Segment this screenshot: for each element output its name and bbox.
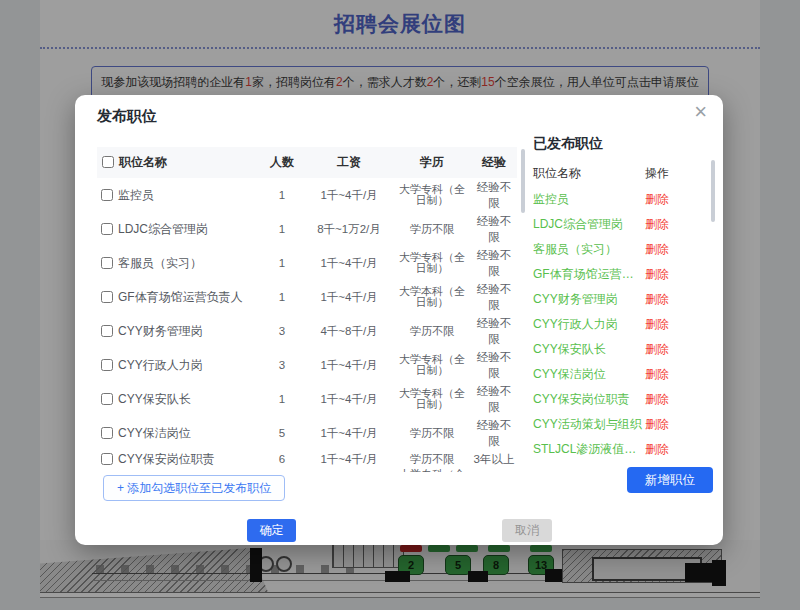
position-experience: 经验不限 [471, 178, 517, 212]
position-count: 1 [259, 212, 305, 246]
select-all-checkbox[interactable] [102, 156, 114, 168]
row-checkbox[interactable] [101, 189, 113, 201]
table-row: GF体育场馆运营负责人 1 1千~4千/月 大学本科（全日制） 经验不限 [97, 280, 517, 314]
published-header-action: 操作 [645, 165, 685, 182]
table-row: 客服员（实习） 1 1千~4千/月 大学专科（全日制） 经验不限 [97, 246, 517, 280]
table-row: CYY保洁岗位 5 1千~4千/月 学历不限 经验不限 [97, 416, 517, 450]
published-position-name: CYY保安队长 [533, 341, 645, 357]
row-checkbox[interactable] [101, 427, 113, 439]
delete-link[interactable]: 删除 [645, 391, 685, 407]
position-count: 1 [259, 246, 305, 280]
published-position-name: CYY活动策划与组织 [533, 416, 645, 432]
position-count: 3 [259, 348, 305, 382]
header-name: 职位名称 [119, 155, 167, 169]
published-position-name: STLJCL渗沥液值班员兼... [533, 441, 645, 457]
published-item: 监控员 删除 [533, 191, 715, 207]
delete-link[interactable]: 删除 [645, 341, 685, 357]
published-item: CYY保安队长 删除 [533, 341, 715, 357]
published-position-name: CYY行政人力岗 [533, 316, 645, 332]
published-item: CYY保安岗位职责 删除 [533, 391, 715, 407]
delete-link[interactable]: 删除 [645, 316, 685, 332]
published-item: GF体育场馆运营负责人 删除 [533, 266, 715, 282]
table-row: CYY保安岗位职责 6 1千~4千/月 学历不限 3年以上 [97, 450, 517, 468]
position-education: 学历不限 [393, 212, 471, 246]
position-experience: 经验不限 [471, 314, 517, 348]
published-item: CYY保洁岗位 删除 [533, 366, 715, 382]
position-name: 客服员（实习） [118, 256, 202, 270]
table-row: CYY保安队长 1 1千~4千/月 大学专科（全日制） 经验不限 [97, 382, 517, 416]
delete-link[interactable]: 删除 [645, 266, 685, 282]
position-count: 1 [259, 178, 305, 212]
position-name: CYY财务管理岗 [118, 324, 203, 338]
position-table: 职位名称 人数 工资 学历 经验 监控员 1 1千~4千/月 大学专科（全日制）… [97, 147, 527, 472]
delete-link[interactable]: 删除 [645, 366, 685, 382]
row-checkbox[interactable] [101, 359, 113, 371]
position-experience: 经验不限 [471, 246, 517, 280]
published-item: STLJCL渗沥液值班员兼... 删除 [533, 441, 715, 457]
position-name: CYY保安岗位职责 [118, 452, 215, 466]
row-checkbox[interactable] [101, 453, 113, 465]
position-name: CYY行政人力岗 [118, 358, 203, 372]
published-position-name: 监控员 [533, 191, 645, 207]
position-salary: 1千~4千/月 [305, 280, 393, 314]
published-position-name: CYY财务管理岗 [533, 291, 645, 307]
position-salary: 4千~8千/月 [305, 468, 393, 472]
position-count: 5 [259, 416, 305, 450]
position-experience: 3年以上 [471, 468, 517, 472]
delete-link[interactable]: 删除 [645, 241, 685, 257]
position-education: 学历不限 [393, 450, 471, 468]
published-scrollbar[interactable] [711, 160, 715, 222]
add-selected-button[interactable]: + 添加勾选职位至已发布职位 [103, 475, 285, 501]
row-checkbox[interactable] [101, 393, 113, 405]
position-name: LDJC综合管理岗 [118, 222, 208, 236]
position-salary: 1千~4千/月 [305, 348, 393, 382]
position-education: 学历不限 [393, 416, 471, 450]
position-experience: 经验不限 [471, 280, 517, 314]
header-education: 学历 [393, 147, 471, 178]
position-experience: 3年以上 [471, 450, 517, 468]
published-position-name: 客服员（实习） [533, 241, 645, 257]
position-salary: 1千~4千/月 [305, 382, 393, 416]
published-header-name: 职位名称 [533, 165, 645, 182]
position-count: 3 [259, 314, 305, 348]
position-education: 大学本科（全日制） [393, 280, 471, 314]
cancel-button[interactable]: 取消 [502, 519, 552, 542]
modal-title: 发布职位 [97, 107, 157, 126]
position-name: CYY保洁岗位 [118, 426, 191, 440]
position-count: 2 [259, 468, 305, 472]
published-panel: 已发布职位 职位名称 操作 监控员 删除 LDJC综合管理岗 删除 客服员（实习… [533, 135, 715, 475]
position-table-body: 监控员 1 1千~4千/月 大学专科（全日制） 经验不限 LDJC综合管理岗 1… [97, 178, 517, 472]
position-education: 大学专科（全日制） [393, 178, 471, 212]
table-row: CYY行政人力岗 3 1千~4千/月 大学专科（全日制） 经验不限 [97, 348, 517, 382]
position-experience: 经验不限 [471, 348, 517, 382]
position-name: CYY保安队长 [118, 392, 191, 406]
published-title: 已发布职位 [533, 135, 715, 153]
position-education: 大学专科（全日制） [393, 348, 471, 382]
row-checkbox[interactable] [101, 291, 113, 303]
position-salary: 8千~1万2/月 [305, 212, 393, 246]
published-item: CYY活动策划与组织 删除 [533, 416, 715, 432]
header-count: 人数 [259, 147, 305, 178]
delete-link[interactable]: 删除 [645, 191, 685, 207]
position-education: 学历不限 [393, 314, 471, 348]
position-education: 大学专科（全日制） [393, 246, 471, 280]
row-checkbox[interactable] [101, 223, 113, 235]
row-checkbox[interactable] [101, 257, 113, 269]
position-name: 监控员 [118, 188, 154, 202]
table-scrollbar[interactable] [521, 149, 525, 213]
published-position-name: GF体育场馆运营负责人 [533, 266, 645, 282]
position-salary: 1千~4千/月 [305, 178, 393, 212]
header-experience: 经验 [471, 147, 517, 178]
close-icon[interactable]: × [694, 99, 707, 125]
published-item: CYY行政人力岗 删除 [533, 316, 715, 332]
position-experience: 经验不限 [471, 212, 517, 246]
delete-link[interactable]: 删除 [645, 216, 685, 232]
row-checkbox[interactable] [101, 325, 113, 337]
position-salary: 1千~4千/月 [305, 450, 393, 468]
delete-link[interactable]: 删除 [645, 416, 685, 432]
confirm-button[interactable]: 确定 [247, 519, 296, 542]
delete-link[interactable]: 删除 [645, 291, 685, 307]
delete-link[interactable]: 删除 [645, 441, 685, 457]
add-new-position-button[interactable]: 新增职位 [627, 467, 713, 493]
table-row: LDJC综合管理岗 1 8千~1万2/月 学历不限 经验不限 [97, 212, 517, 246]
